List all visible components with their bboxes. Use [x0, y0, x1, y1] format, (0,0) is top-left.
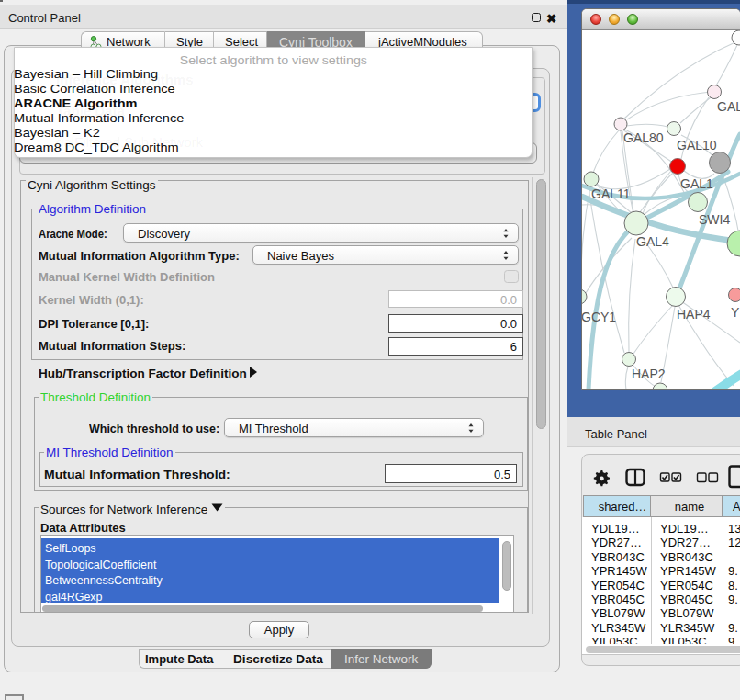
svg-text:HAP4: HAP4	[677, 307, 711, 322]
svg-text:GAL4: GAL4	[636, 234, 669, 249]
svg-text:GAL11: GAL11	[591, 186, 631, 201]
svg-text:GAL80: GAL80	[623, 130, 664, 145]
svg-text:GCY1: GCY1	[582, 310, 616, 324]
svg-text:GAL: GAL	[717, 99, 740, 114]
svg-text:HAP2: HAP2	[632, 367, 666, 381]
svg-text:SWI4: SWI4	[699, 212, 730, 227]
svg-text:Y: Y	[731, 305, 740, 320]
svg-text:GAL10: GAL10	[677, 138, 717, 152]
svg-text:GAL1: GAL1	[680, 176, 713, 191]
